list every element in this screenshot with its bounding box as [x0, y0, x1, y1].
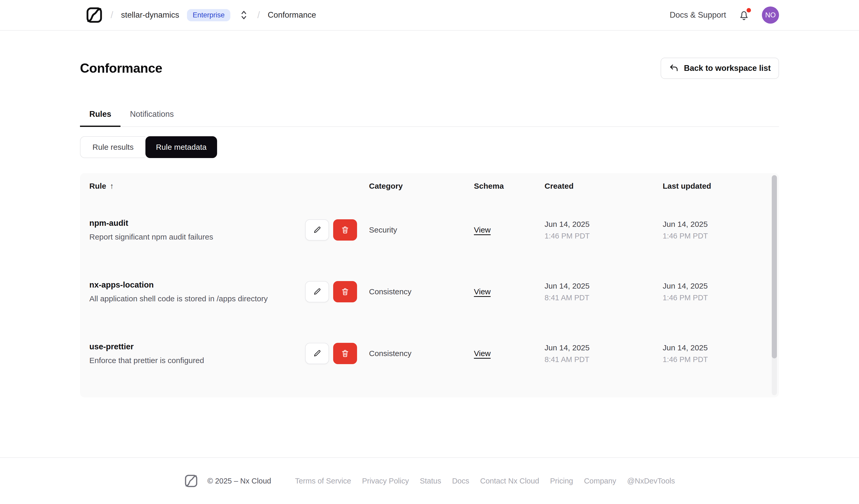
created-date: Jun 14, 2025 — [544, 220, 663, 229]
breadcrumb-separator: / — [111, 10, 113, 20]
column-header-last-updated: Last updated — [663, 182, 779, 190]
docs-support-link[interactable]: Docs & Support — [670, 10, 726, 20]
page-title: Conformance — [80, 61, 162, 76]
chevron-up-down-icon — [239, 10, 248, 20]
breadcrumb: / stellar-dynamics Enterprise / Conforma… — [86, 6, 316, 24]
delete-rule-button[interactable] — [333, 343, 357, 364]
rule-category: Consistency — [369, 287, 474, 296]
created-time: 1:46 PM PDT — [544, 232, 663, 240]
column-header-created: Created — [544, 182, 663, 190]
footer-link-terms[interactable]: Terms of Service — [295, 477, 351, 485]
table-header-row: Rule ↑ Category Schema Created Last upda… — [80, 173, 779, 199]
footer-link-company[interactable]: Company — [584, 477, 616, 485]
main-area: Conformance Back to workspace list Rules… — [0, 31, 859, 457]
schema-view-link[interactable]: View — [474, 226, 491, 234]
return-arrow-icon — [669, 63, 679, 73]
created-time: 8:41 AM PDT — [544, 355, 663, 364]
footer-link-privacy[interactable]: Privacy Policy — [362, 477, 409, 485]
created-time: 8:41 AM PDT — [544, 293, 663, 302]
updated-date: Jun 14, 2025 — [663, 343, 779, 352]
updated-time: 1:46 PM PDT — [663, 355, 779, 364]
footer-link-contact[interactable]: Contact Nx Cloud — [480, 477, 539, 485]
footer-link-pricing[interactable]: Pricing — [550, 477, 573, 485]
notification-dot — [747, 8, 751, 13]
column-header-rule[interactable]: Rule ↑ — [80, 182, 369, 190]
app-window: / stellar-dynamics Enterprise / Conforma… — [0, 0, 859, 504]
top-navbar: / stellar-dynamics Enterprise / Conforma… — [0, 0, 859, 31]
copyright-text: © 2025 – Nx Cloud — [208, 477, 271, 485]
workspace-name[interactable]: stellar-dynamics — [121, 10, 179, 20]
rule-name: nx-apps-location — [89, 280, 305, 290]
scrollbar-thumb[interactable] — [772, 175, 777, 358]
trash-icon — [341, 349, 350, 358]
rule-name: use-prettier — [89, 342, 305, 351]
plan-badge: Enterprise — [187, 9, 230, 21]
edit-rule-button[interactable] — [305, 219, 329, 241]
delete-rule-button[interactable] — [333, 281, 357, 302]
updated-date: Jun 14, 2025 — [663, 220, 779, 229]
footer-links: Terms of Service Privacy Policy Status D… — [295, 477, 675, 485]
page-crumb: Conformance — [268, 10, 316, 20]
trash-icon — [341, 287, 350, 296]
pencil-icon — [313, 287, 321, 296]
page-footer: © 2025 – Nx Cloud Terms of Service Priva… — [0, 457, 859, 504]
updated-time: 1:46 PM PDT — [663, 293, 779, 302]
updated-date: Jun 14, 2025 — [663, 281, 779, 290]
rule-category: Consistency — [369, 349, 474, 358]
rule-description: Enforce that prettier is configured — [89, 356, 305, 365]
nx-cloud-logo-icon[interactable] — [86, 6, 103, 24]
rule-description: All application shell code is stored in … — [89, 294, 305, 303]
table-scrollbar[interactable] — [772, 175, 777, 395]
tab-bar: Rules Notifications — [80, 109, 779, 127]
notifications-bell-button[interactable] — [738, 9, 750, 21]
table-row: nx-apps-location All application shell c… — [80, 261, 779, 323]
edit-rule-button[interactable] — [305, 281, 329, 302]
footer-link-docs[interactable]: Docs — [452, 477, 469, 485]
back-button-label: Back to workspace list — [684, 64, 771, 73]
trash-icon — [341, 225, 350, 234]
footer-nx-logo-icon — [184, 474, 198, 488]
sort-ascending-icon: ↑ — [110, 182, 114, 190]
rule-description: Report significant npm audit failures — [89, 232, 305, 241]
schema-view-link[interactable]: View — [474, 287, 491, 296]
rule-name: npm-audit — [89, 218, 305, 228]
created-date: Jun 14, 2025 — [544, 281, 663, 290]
back-to-workspace-list-button[interactable]: Back to workspace list — [661, 58, 779, 79]
rule-results-toggle[interactable]: Rule results — [80, 136, 146, 158]
edit-rule-button[interactable] — [305, 343, 329, 364]
user-avatar[interactable]: NO — [762, 6, 779, 24]
table-row: use-prettier Enforce that prettier is co… — [80, 323, 779, 384]
breadcrumb-separator: / — [257, 10, 260, 20]
workspace-switcher-button[interactable] — [238, 8, 250, 22]
footer-link-status[interactable]: Status — [420, 477, 441, 485]
rules-table: Rule ↑ Category Schema Created Last upda… — [80, 173, 779, 397]
column-header-category: Category — [369, 182, 474, 190]
rule-view-segmented-control: Rule results Rule metadata — [80, 136, 779, 158]
table-row: npm-audit Report significant npm audit f… — [80, 199, 779, 261]
schema-view-link[interactable]: View — [474, 349, 491, 357]
tab-rules[interactable]: Rules — [80, 109, 120, 127]
rule-category: Security — [369, 226, 474, 234]
navbar-actions: Docs & Support NO — [670, 6, 779, 24]
pencil-icon — [313, 349, 321, 358]
rule-metadata-toggle[interactable]: Rule metadata — [146, 136, 217, 158]
created-date: Jun 14, 2025 — [544, 343, 663, 352]
updated-time: 1:46 PM PDT — [663, 232, 779, 240]
footer-link-twitter[interactable]: @NxDevTools — [627, 477, 675, 485]
page-header: Conformance Back to workspace list — [80, 58, 779, 79]
tab-notifications[interactable]: Notifications — [120, 109, 183, 127]
delete-rule-button[interactable] — [333, 219, 357, 241]
pencil-icon — [313, 226, 321, 234]
column-header-schema: Schema — [474, 182, 544, 190]
